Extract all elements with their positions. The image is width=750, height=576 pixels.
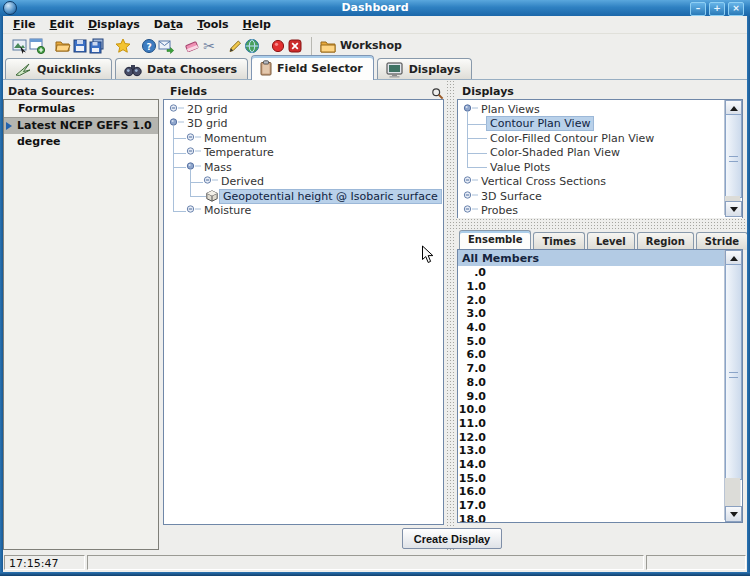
fields-tree-label[interactable]: Momentum (201, 132, 270, 145)
fields-tree-label[interactable]: Moisture (201, 204, 254, 217)
menu-edit[interactable]: Edit (45, 17, 83, 32)
displays-tree-row[interactable]: Probes (458, 204, 742, 219)
displays-tree-label[interactable]: Color-Shaded Plan View (487, 146, 623, 159)
displays-tree-scrollbar[interactable] (724, 100, 741, 215)
expand-handle-icon[interactable] (186, 204, 201, 217)
titlebar[interactable]: Dashboard –+× (0, 0, 750, 16)
subtab-region[interactable]: Region (637, 232, 694, 250)
collapse-handle-icon[interactable] (186, 161, 201, 174)
displays-tree-label[interactable]: Value Plots (487, 161, 553, 174)
save-as-icon[interactable] (89, 38, 105, 54)
tab-displays[interactable]: Displays (377, 58, 472, 80)
displays-tree-label[interactable]: Probes (478, 204, 521, 217)
expand-handle-icon[interactable] (463, 175, 478, 188)
scrollbar-thumb[interactable] (725, 264, 742, 480)
scrollbar-thumb[interactable] (725, 114, 742, 198)
collapse-handle-icon[interactable] (169, 117, 184, 130)
fields-tree-row[interactable]: Temperature (164, 146, 443, 161)
fields-tree-label[interactable]: Derived (218, 175, 267, 188)
ensemble-item[interactable]: 8.0 (458, 376, 742, 390)
expand-handle-icon[interactable] (186, 132, 201, 145)
tab-quicklinks[interactable]: Quicklinks (5, 58, 112, 80)
ensemble-item[interactable]: 3.0 (458, 307, 742, 321)
scroll-down-button[interactable] (725, 506, 742, 522)
send-support-icon[interactable] (158, 38, 174, 54)
fields-tree-row[interactable]: Moisture (164, 204, 443, 219)
ensemble-item[interactable]: 11.0 (458, 417, 742, 431)
ensemble-item[interactable]: .0 (458, 266, 742, 280)
scrollbar-track[interactable] (725, 478, 740, 506)
fields-tree-label[interactable]: 3D grid (184, 117, 231, 130)
close-button[interactable]: × (728, 2, 744, 16)
expand-handle-icon[interactable] (463, 190, 478, 203)
ensemble-item[interactable]: 10.0 (458, 403, 742, 417)
ensemble-item[interactable]: 4.0 (458, 321, 742, 335)
displays-tree-row[interactable]: 3D Surface (458, 189, 742, 204)
ensemble-item-selected[interactable]: All Members (458, 250, 729, 266)
favorites-icon[interactable] (115, 38, 131, 54)
displays-tree-row[interactable]: Plan Views (458, 102, 742, 117)
fields-tree-row[interactable]: Mass (164, 160, 443, 175)
cut-icon[interactable]: ✂ (201, 38, 217, 54)
expand-handle-icon[interactable] (463, 204, 478, 217)
ensemble-item[interactable]: 5.0 (458, 334, 742, 348)
subtab-stride[interactable]: Stride (696, 232, 748, 250)
ensemble-item[interactable]: 14.0 (458, 458, 742, 472)
record-icon[interactable] (270, 38, 286, 54)
data-source-item[interactable]: Formulas (4, 100, 158, 118)
fields-tree-label[interactable]: 2D grid (184, 103, 231, 116)
expand-handle-icon[interactable] (203, 175, 218, 188)
ensemble-item[interactable]: 6.0 (458, 348, 742, 362)
displays-tree-row[interactable]: Contour Plan View (458, 117, 742, 132)
data-sources-list[interactable]: FormulasLatest NCEP GEFS 1.0 degree (3, 99, 159, 550)
displays-tree[interactable]: Plan ViewsContour Plan ViewColor-Filled … (457, 99, 743, 220)
ensemble-scrollbar[interactable] (724, 250, 741, 520)
subtab-ensemble[interactable]: Ensemble (459, 230, 531, 250)
displays-tree-row[interactable]: Color-Shaded Plan View (458, 146, 742, 161)
ensemble-item[interactable]: 12.0 (458, 430, 742, 444)
displays-tree-label[interactable]: Vertical Cross Sections (478, 175, 609, 188)
fields-tree-label[interactable]: Temperature (201, 146, 277, 159)
displays-tree-label[interactable]: Plan Views (478, 103, 543, 116)
web-icon[interactable] (244, 38, 260, 54)
subtab-level[interactable]: Level (587, 232, 635, 250)
maximize-button[interactable]: + (709, 2, 725, 16)
menu-displays[interactable]: Displays (83, 17, 149, 32)
ensemble-item[interactable]: 1.0 (458, 280, 742, 294)
displays-tree-row[interactable]: Vertical Cross Sections (458, 175, 742, 190)
displays-tree-row[interactable]: Value Plots (458, 160, 742, 175)
displays-tree-label[interactable]: Contour Plan View (487, 117, 593, 130)
fields-tree-row[interactable]: 2D grid (164, 102, 443, 117)
subtab-times[interactable]: Times (533, 232, 584, 250)
ensemble-item[interactable]: 17.0 (458, 499, 742, 513)
erase-displays-icon[interactable] (184, 38, 200, 54)
vertical-splitter[interactable] (446, 80, 455, 550)
menu-file[interactable]: File (8, 17, 45, 32)
fields-tree-row[interactable]: 3D grid (164, 117, 443, 132)
ensemble-item[interactable]: 2.0 (458, 293, 742, 307)
menu-tools[interactable]: Tools (192, 17, 237, 32)
ensemble-item[interactable]: 15.0 (458, 471, 742, 485)
fields-tree-label[interactable]: Geopotential height @ Isobaric surface (220, 190, 441, 203)
scroll-down-button[interactable] (725, 201, 742, 217)
tab-field-selector[interactable]: Field Selector (251, 55, 374, 80)
open-bundle-icon[interactable] (55, 38, 71, 54)
displays-tree-row[interactable]: Color-Filled Contour Plan View (458, 131, 742, 146)
displays-tree-label[interactable]: 3D Surface (478, 190, 545, 203)
menu-data[interactable]: Data (149, 17, 192, 32)
tab-data-choosers[interactable]: Data Choosers (115, 58, 248, 80)
ensemble-item[interactable]: 9.0 (458, 389, 742, 403)
ensemble-item[interactable]: 13.0 (458, 444, 742, 458)
ensemble-item[interactable]: 16.0 (458, 485, 742, 499)
workshop-toolbar-item[interactable]: Workshop (320, 38, 402, 54)
expand-handle-icon[interactable] (169, 103, 184, 116)
data-source-item[interactable]: Latest NCEP GEFS 1.0 degree (4, 118, 158, 134)
collapse-handle-icon[interactable] (463, 103, 478, 116)
expand-handle-icon[interactable] (186, 146, 201, 159)
create-display-button[interactable]: Create Display (402, 528, 502, 549)
ensemble-item[interactable]: 18.0 (458, 512, 742, 523)
displays-tree-label[interactable]: Color-Filled Contour Plan View (487, 132, 657, 145)
save-bundle-icon[interactable] (72, 38, 88, 54)
ensemble-list[interactable]: All Members.01.02.03.04.05.06.07.08.09.0… (457, 249, 743, 523)
fields-tree[interactable]: 2D grid3D gridMomentumTemperatureMassDer… (163, 99, 444, 525)
